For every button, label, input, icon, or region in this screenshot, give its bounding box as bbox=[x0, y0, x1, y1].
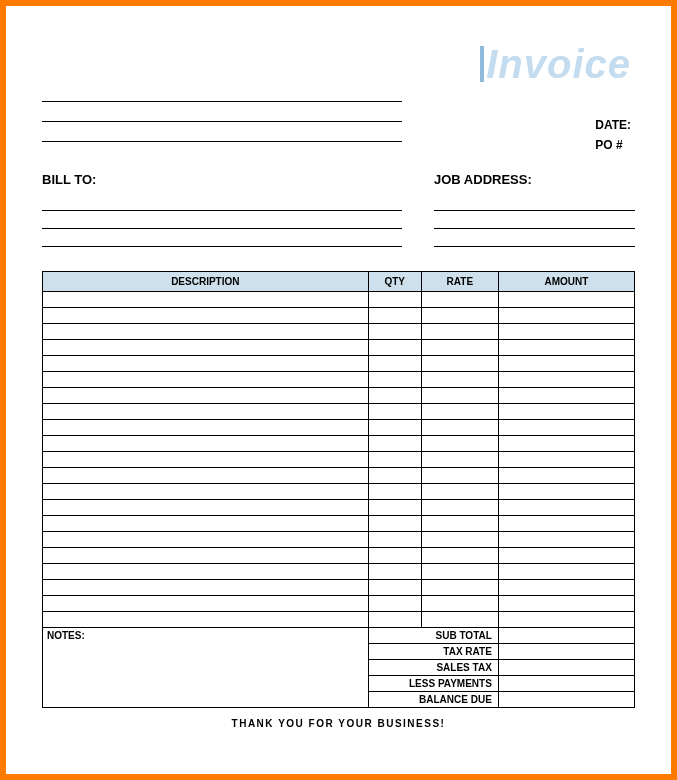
title-accent-bar bbox=[480, 46, 484, 82]
footer-text: THANK YOU FOR YOUR BUSINESS! bbox=[42, 718, 635, 729]
job-address-line[interactable] bbox=[434, 193, 635, 211]
job-address-line[interactable] bbox=[434, 229, 635, 247]
table-row[interactable] bbox=[43, 420, 635, 436]
table-row[interactable] bbox=[43, 356, 635, 372]
table-body: NOTES: SUB TOTAL TAX RATE SALES TAX LESS… bbox=[43, 292, 635, 708]
job-address-line[interactable] bbox=[434, 211, 635, 229]
date-label: DATE: bbox=[595, 118, 631, 132]
subtotal-label: SUB TOTAL bbox=[368, 628, 498, 644]
balance-due-value[interactable] bbox=[498, 692, 634, 708]
table-row[interactable] bbox=[43, 516, 635, 532]
totals-row: NOTES: SUB TOTAL bbox=[43, 628, 635, 644]
job-address-label: JOB ADDRESS: bbox=[434, 172, 532, 187]
invoice-title: Invoice bbox=[480, 42, 631, 87]
sales-tax-value[interactable] bbox=[498, 660, 634, 676]
po-label: PO # bbox=[595, 138, 631, 152]
from-line[interactable] bbox=[42, 102, 402, 122]
section-labels: BILL TO: JOB ADDRESS: bbox=[42, 172, 635, 187]
from-line[interactable] bbox=[42, 122, 402, 142]
bill-to-label: BILL TO: bbox=[42, 172, 434, 187]
col-amount: AMOUNT bbox=[498, 272, 634, 292]
balance-due-label: BALANCE DUE bbox=[368, 692, 498, 708]
table-row[interactable] bbox=[43, 612, 635, 628]
meta-block: DATE: PO # bbox=[595, 118, 631, 158]
table-row[interactable] bbox=[43, 324, 635, 340]
table-row[interactable] bbox=[43, 548, 635, 564]
col-rate: RATE bbox=[421, 272, 498, 292]
tax-rate-label: TAX RATE bbox=[368, 644, 498, 660]
less-payments-label: LESS PAYMENTS bbox=[368, 676, 498, 692]
notes-label[interactable]: NOTES: bbox=[43, 628, 369, 708]
table-row[interactable] bbox=[43, 340, 635, 356]
bill-to-line[interactable] bbox=[42, 211, 402, 229]
address-lines bbox=[42, 193, 635, 247]
table-row[interactable] bbox=[43, 452, 635, 468]
table-row[interactable] bbox=[43, 308, 635, 324]
invoice-page: Invoice DATE: PO # BILL TO: JOB ADDRESS: bbox=[0, 0, 677, 780]
col-qty: QTY bbox=[368, 272, 421, 292]
table-row[interactable] bbox=[43, 468, 635, 484]
table-row[interactable] bbox=[43, 436, 635, 452]
table-header-row: DESCRIPTION QTY RATE AMOUNT bbox=[43, 272, 635, 292]
tax-rate-value[interactable] bbox=[498, 644, 634, 660]
table-row[interactable] bbox=[43, 564, 635, 580]
table-row[interactable] bbox=[43, 500, 635, 516]
table-row[interactable] bbox=[43, 484, 635, 500]
less-payments-value[interactable] bbox=[498, 676, 634, 692]
table-row[interactable] bbox=[43, 388, 635, 404]
table-row[interactable] bbox=[43, 404, 635, 420]
table-row[interactable] bbox=[43, 372, 635, 388]
title-text: Invoice bbox=[486, 42, 631, 86]
table-row[interactable] bbox=[43, 532, 635, 548]
from-address-block bbox=[42, 82, 402, 142]
sales-tax-label: SALES TAX bbox=[368, 660, 498, 676]
from-line[interactable] bbox=[42, 82, 402, 102]
bill-to-line[interactable] bbox=[42, 229, 402, 247]
col-description: DESCRIPTION bbox=[43, 272, 369, 292]
line-items-table: DESCRIPTION QTY RATE AMOUNT bbox=[42, 271, 635, 708]
table-row[interactable] bbox=[43, 292, 635, 308]
subtotal-value[interactable] bbox=[498, 628, 634, 644]
bill-to-line[interactable] bbox=[42, 193, 402, 211]
table-row[interactable] bbox=[43, 596, 635, 612]
table-row[interactable] bbox=[43, 580, 635, 596]
